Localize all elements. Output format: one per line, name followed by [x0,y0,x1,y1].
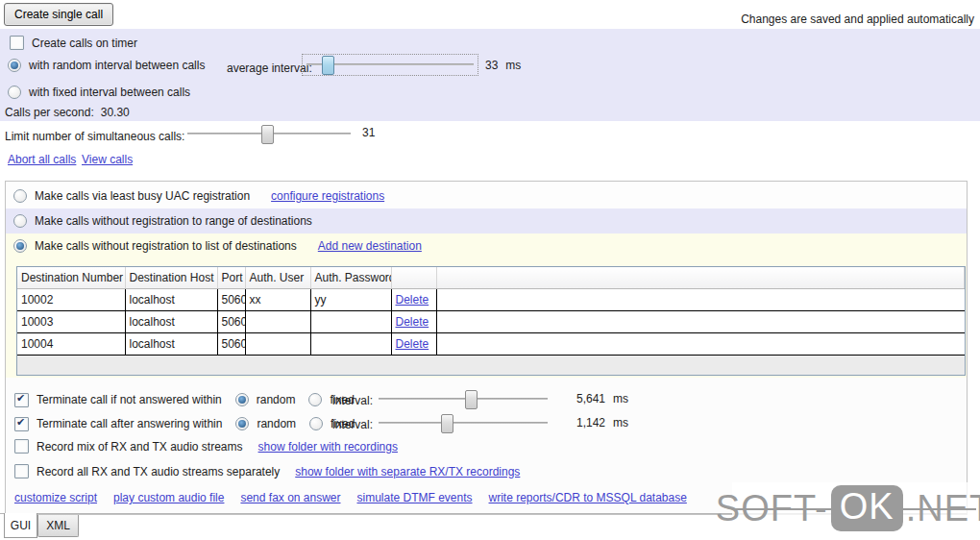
view-calls-link[interactable]: View calls [82,153,133,166]
record-mix-label: Record mix of RX and TX audio streams [37,440,243,454]
call-generation-panel: Make calls via least busy UAC registrati… [5,181,968,515]
delete-row-link[interactable]: Delete [396,293,429,307]
cell-port[interactable]: 5060 [217,289,245,311]
random-interval-label: with random interval between calls [29,59,205,72]
add-new-destination-link[interactable]: Add new destination [318,239,422,253]
slider-thumb[interactable] [441,414,453,433]
customize-script-link[interactable]: customize script [14,491,97,504]
cell-number[interactable]: 10003 [17,311,125,333]
configure-registrations-link[interactable]: configure registrations [271,189,384,203]
table-row: 10002 localhost 5060 xx yy Delete [17,289,965,311]
delete-row-link[interactable]: Delete [396,337,429,351]
terminate-not-answered-fixed-radio[interactable] [308,393,322,406]
slider-thumb[interactable] [322,56,334,75]
col-destination-number[interactable]: Destination Number [17,267,125,289]
tab-gui[interactable]: GUI [4,513,37,538]
average-interval-unit: ms [505,59,521,72]
ms-unit: ms [613,392,628,405]
footer-links-row: customize script play custom audio file … [14,491,687,504]
terminate-not-answered-checkbox[interactable] [14,393,29,407]
cell-number[interactable]: 10004 [17,333,125,356]
create-single-call-button[interactable]: Create single call [4,3,113,26]
slider-track[interactable] [379,422,548,424]
fixed-interval-radio[interactable] [8,86,21,99]
watermark-soft: SOFT- [716,488,828,529]
cell-auth-password[interactable]: yy [310,289,391,311]
terminate-not-answered-random-radio[interactable] [235,393,249,406]
calls-per-second-value: 30.30 [101,106,130,119]
tab-gui-label: GUI [11,519,31,532]
cell-filler [436,333,965,356]
limit-simultaneous-calls-slider[interactable] [187,124,351,143]
mode-list-radio[interactable] [13,239,27,253]
average-interval-slider[interactable] [302,54,478,76]
create-calls-on-timer-label: Create calls on timer [32,37,137,50]
table-new-row-placeholder[interactable] [17,356,965,376]
play-custom-audio-link[interactable]: play custom audio file [113,491,224,504]
record-mix-row: Record mix of RX and TX audio streams sh… [14,439,398,454]
col-auth-password[interactable]: Auth. Password [310,267,391,289]
delete-row-link[interactable]: Delete [396,315,429,329]
record-separate-label: Record all RX and TX audio streams separ… [37,465,280,479]
random-label: random [257,393,296,406]
write-reports-mssql-link[interactable]: write reports/CDR to MSSQL database [489,491,687,504]
terminate-not-answered-row: Terminate call if not answered within ra… [6,389,967,410]
mode-uac-label: Make calls via least busy UAC registrati… [35,189,250,203]
mode-range-radio[interactable] [13,214,27,228]
cell-auth-password[interactable] [310,311,391,333]
simulate-dtmf-events-link[interactable]: simulate DTMF events [357,491,473,504]
cell-port[interactable]: 5060 [217,333,245,356]
cell-port[interactable]: 5060 [217,311,245,333]
cell-host[interactable]: localhost [125,333,217,356]
col-port[interactable]: Port [217,267,245,289]
timer-settings-band: Create calls on timer with random interv… [0,29,980,121]
terminate-not-answered-slider[interactable] [379,389,548,408]
tab-xml[interactable]: XML [37,515,79,537]
random-label: random [257,417,296,430]
tab-xml-label: XML [46,519,70,532]
terminate-after-answering-random-radio[interactable] [235,417,249,430]
terminate-after-answering-slider[interactable] [379,413,548,432]
terminate-after-answering-checkbox[interactable] [14,417,29,431]
cell-host[interactable]: localhost [125,311,217,333]
random-interval-radio[interactable] [8,59,21,72]
average-interval-value: 33 [485,59,498,72]
calls-per-second-label: Calls per second: [5,106,94,119]
show-separate-recordings-folder-link[interactable]: show folder with separate RX/TX recordin… [295,465,520,479]
mode-range-label: Make calls without registration to range… [35,214,312,228]
create-calls-on-timer-checkbox[interactable] [10,36,24,50]
mode-list-label: Make calls without registration to list … [35,239,297,253]
cell-number[interactable]: 10002 [17,289,125,311]
col-destination-host[interactable]: Destination Host [125,267,217,289]
cell-auth-user[interactable] [245,333,310,356]
limit-simultaneous-calls-label: Limit number of simultaneous calls: [5,130,184,143]
mode-uac-radio[interactable] [13,189,27,203]
table-row: 10004 localhost 5060 Delete [17,333,965,356]
average-interval-label: average interval: [227,61,312,75]
terminate-after-answering-value: 1,142 [576,416,605,430]
slider-thumb[interactable] [261,125,274,144]
cell-host[interactable]: localhost [125,289,217,311]
terminate-not-answered-value: 5,641 [576,392,605,405]
col-auth-user[interactable]: Auth. User [245,267,310,289]
terminate-not-answered-label: Terminate call if not answered within [37,393,222,406]
record-separate-checkbox[interactable] [14,464,29,479]
slider-track[interactable] [379,398,548,400]
slider-thumb[interactable] [465,390,478,409]
cell-auth-password[interactable] [310,333,391,356]
limit-simultaneous-calls-value: 31 [362,126,375,139]
col-filler [436,267,965,289]
interval-label: interval: [332,394,373,407]
destinations-table: Destination Number Destination Host Port… [16,266,966,376]
record-mix-checkbox[interactable] [14,439,29,454]
send-fax-on-answer-link[interactable]: send fax on answer [240,491,340,504]
show-recordings-folder-link[interactable]: show folder with recordings [258,440,398,454]
abort-all-calls-link[interactable]: Abort all calls [8,153,76,166]
terminate-after-answering-label: Terminate call after answering within [37,417,222,430]
terminate-after-answering-fixed-radio[interactable] [309,417,323,430]
cell-filler [436,289,965,311]
watermark-net: .NET [906,488,980,529]
cell-auth-user[interactable] [245,311,310,333]
cell-auth-user[interactable]: xx [245,289,310,311]
fixed-interval-label: with fixed interval between calls [29,86,190,99]
